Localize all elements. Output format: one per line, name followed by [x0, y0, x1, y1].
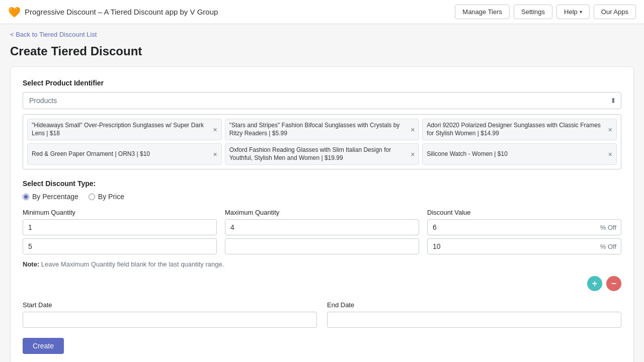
product-tag-remove-button[interactable]: × — [411, 126, 415, 133]
page-title-bar: Create Tiered Discount — [0, 40, 644, 66]
settings-button[interactable]: Settings — [514, 5, 552, 19]
min-qty-input-2[interactable] — [23, 238, 217, 254]
our-apps-button[interactable]: Our Apps — [594, 5, 636, 19]
product-tag: "Hideaways Small" Over-Prescription Sung… — [27, 119, 222, 140]
date-section: Start Date End Date — [23, 301, 621, 328]
product-tag: Adori 92020 Polarized Designer Sunglasse… — [422, 119, 617, 140]
radio-by-price-label[interactable]: By Price — [89, 193, 124, 201]
help-label: Help — [564, 8, 578, 16]
note-bold: Note: — [23, 260, 39, 268]
product-tag-remove-button[interactable]: × — [608, 126, 612, 133]
product-tags-container: "Hideaways Small" Over-Prescription Sung… — [23, 114, 621, 169]
product-identifier-label: Select Product Identifier — [23, 79, 621, 87]
start-date-input[interactable] — [23, 312, 317, 328]
manage-tiers-button[interactable]: Manage Tiers — [455, 5, 510, 19]
product-tag-text: Oxford Fashion Reading Glasses with Slim… — [229, 146, 408, 162]
create-discount-card: Select Product Identifier Products ⬍ "Hi… — [10, 66, 634, 362]
create-button[interactable]: Create — [23, 338, 64, 354]
start-date-group: Start Date — [23, 301, 317, 328]
app-logo-icon: 🧡 — [8, 6, 21, 18]
discount-input-wrapper-2: % Off — [427, 238, 621, 254]
discount-type-label: Select Discount Type: — [23, 179, 621, 188]
max-qty-input-2[interactable] — [225, 238, 419, 254]
product-tag-text: Adori 92020 Polarized Designer Sunglasse… — [427, 122, 605, 137]
product-tag-remove-button[interactable]: × — [411, 151, 415, 158]
tier-row-1: % Off — [23, 219, 621, 235]
radio-by-price-text: By Price — [98, 193, 124, 201]
radio-by-price-input[interactable] — [89, 194, 95, 200]
product-tag-remove-button[interactable]: × — [608, 151, 612, 158]
chevron-down-icon: ▾ — [580, 9, 582, 15]
help-button[interactable]: Help ▾ — [556, 5, 590, 19]
product-tag: Oxford Fashion Reading Glasses with Slim… — [225, 143, 420, 165]
breadcrumb-link[interactable]: < Back to Tiered Discount List — [10, 31, 97, 38]
product-tag: Silicone Watch - Women | $10 × — [422, 143, 617, 165]
app-title: Progressive Discount – A Tiered Discount… — [25, 8, 218, 16]
product-tag-remove-button[interactable]: × — [213, 126, 217, 133]
radio-by-percentage-text: By Percentage — [32, 193, 78, 201]
tier-row-2: % Off — [23, 238, 621, 254]
discount-type-section: Select Discount Type: By Percentage By P… — [23, 179, 621, 201]
end-date-label: End Date — [327, 301, 621, 309]
header: 🧡 Progressive Discount – A Tiered Discou… — [0, 0, 644, 24]
product-tag-text: "Hideaways Small" Over-Prescription Sung… — [32, 122, 210, 137]
radio-group: By Percentage By Price — [23, 193, 621, 201]
radio-by-percentage-input[interactable] — [23, 194, 29, 200]
product-tag-text: "Stars and Stripes" Fashion Bifocal Sung… — [229, 122, 408, 137]
product-tag-remove-button[interactable]: × — [213, 151, 217, 158]
product-tag-text: Red & Green Paper Ornament | ORN3 | $10 — [32, 150, 210, 158]
quantity-grid-headers: Minimum Quantity Maximum Quantity Discou… — [23, 209, 621, 216]
header-right: Manage Tiers Settings Help ▾ Our Apps — [455, 5, 636, 19]
products-select-wrapper: Products ⬍ — [23, 92, 621, 109]
note-body: Leave Maximum Quantity field blank for t… — [39, 260, 224, 268]
discount-value-label: Discount Value — [427, 209, 621, 216]
product-tag: Red & Green Paper Ornament | ORN3 | $10 … — [27, 143, 222, 165]
min-qty-input-1[interactable] — [23, 219, 217, 235]
breadcrumb-bar: < Back to Tiered Discount List — [0, 24, 644, 40]
start-date-label: Start Date — [23, 301, 317, 309]
radio-by-percentage-label[interactable]: By Percentage — [23, 193, 78, 201]
end-date-group: End Date — [327, 301, 621, 328]
max-qty-input-1[interactable] — [225, 219, 419, 235]
min-qty-label: Minimum Quantity — [23, 209, 217, 216]
discount-value-input-2[interactable] — [427, 238, 621, 254]
main-content: Select Product Identifier Products ⬍ "Hi… — [0, 66, 644, 362]
header-left: 🧡 Progressive Discount – A Tiered Discou… — [8, 6, 218, 18]
note-text: Note: Leave Maximum Quantity field blank… — [23, 260, 621, 268]
product-tag: "Stars and Stripes" Fashion Bifocal Sung… — [225, 119, 420, 140]
product-tag-text: Silicone Watch - Women | $10 — [427, 150, 605, 158]
tier-actions: + − — [23, 276, 621, 291]
end-date-input[interactable] — [327, 312, 621, 328]
products-select[interactable]: Products — [23, 92, 621, 109]
max-qty-label: Maximum Quantity — [225, 209, 419, 216]
add-tier-button[interactable]: + — [587, 276, 602, 291]
page-title: Create Tiered Discount — [10, 44, 634, 58]
remove-tier-button[interactable]: − — [606, 276, 621, 291]
discount-value-input-1[interactable] — [427, 219, 621, 235]
discount-input-wrapper-1: % Off — [427, 219, 621, 235]
